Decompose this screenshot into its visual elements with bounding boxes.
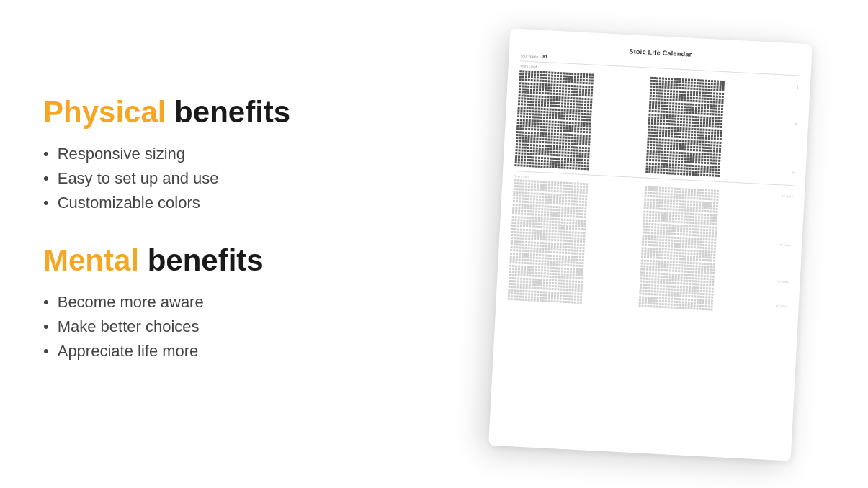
mental-title: Mental benefits [43, 244, 360, 277]
bullet-item: Responsive sizing [43, 142, 360, 166]
mental-section: Mental benefits Become more aware Make b… [43, 244, 360, 363]
bullet-item: Become more aware [43, 290, 360, 315]
mental-highlight: Mental [43, 243, 139, 277]
bullet-item: Appreciate life more [43, 339, 360, 363]
mental-normal: benefits [139, 243, 264, 277]
bullet-item: Customizable colors [43, 191, 360, 215]
meta-value: 81 [542, 55, 547, 59]
physical-section: Physical benefits Responsive sizing Easy… [43, 96, 360, 215]
physical-title: Physical benefits [43, 96, 360, 129]
physical-highlight: Physical [43, 95, 166, 129]
calendar-preview: Stoic Life Calendar Your Name 81 Years L… [488, 28, 813, 461]
mental-bullets: Become more aware Make better choices Ap… [43, 290, 360, 363]
bullet-item: Make better choices [43, 315, 360, 339]
physical-bullets: Responsive sizing Easy to set up and use… [43, 142, 360, 215]
left-panel: Physical benefits Responsive sizing Easy… [0, 0, 403, 488]
physical-normal: benefits [166, 95, 290, 129]
bullet-item: Easy to set up and use [43, 166, 360, 191]
right-panel: Stoic Life Calendar Your Name 81 Years L… [403, 0, 868, 488]
meta-label: Your Name [520, 53, 538, 58]
